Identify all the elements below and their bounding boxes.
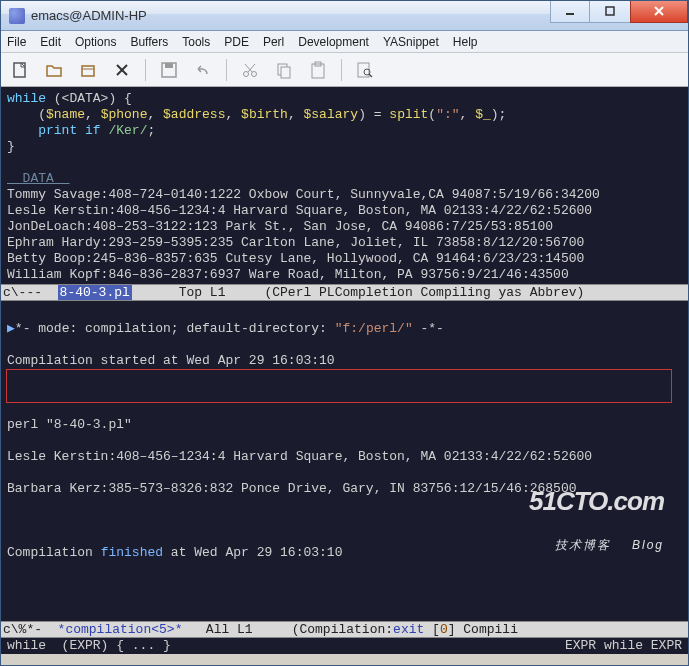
compilation-command: perl "8-40-3.pl" (7, 417, 682, 433)
svg-rect-5 (82, 66, 94, 76)
menu-help[interactable]: Help (453, 35, 478, 49)
search-icon[interactable] (354, 59, 376, 81)
minibuffer-left: while (EXPR) { ... } (7, 638, 171, 654)
minibuffer[interactable]: while (EXPR) { ... } EXPR while EXPR (1, 638, 688, 654)
copy-icon[interactable] (273, 59, 295, 81)
menu-development[interactable]: Development (298, 35, 369, 49)
menu-buffers[interactable]: Buffers (130, 35, 168, 49)
toolbar-separator (341, 59, 342, 81)
save-icon[interactable] (158, 59, 180, 81)
modeline-source[interactable]: c\--- 8-40-3.pl Top L1 (CPerl PLCompleti… (1, 284, 688, 301)
menu-file[interactable]: File (7, 35, 26, 49)
toolbar-separator (145, 59, 146, 81)
minimize-button[interactable] (550, 1, 590, 23)
svg-rect-16 (281, 67, 290, 78)
menu-tools[interactable]: Tools (182, 35, 210, 49)
menu-yasnippet[interactable]: YASnippet (383, 35, 439, 49)
source-editor-pane[interactable]: while (<DATA>) { ($name, $phone, $addres… (1, 87, 688, 284)
paste-icon[interactable] (307, 59, 329, 81)
svg-rect-10 (165, 63, 173, 68)
toolbar-separator (226, 59, 227, 81)
window-title: emacs@ADMIN-HP (31, 8, 147, 23)
close-button[interactable] (630, 1, 688, 23)
undo-icon[interactable] (192, 59, 214, 81)
menu-edit[interactable]: Edit (40, 35, 61, 49)
compilation-pane[interactable]: ▶*- mode: compilation; default-directory… (1, 301, 688, 621)
compilation-header: ▶*- mode: compilation; default-directory… (7, 321, 682, 337)
buffer-name: 8-40-3.pl (58, 285, 132, 300)
svg-rect-1 (606, 7, 614, 15)
maximize-button[interactable] (590, 1, 630, 23)
watermark: 51CTO.com 技术博客 Blog (529, 461, 664, 569)
modeline-compilation[interactable]: c\%*- *compilation<5>* All L1 (Compilati… (1, 621, 688, 638)
window-titlebar: emacs@ADMIN-HP (1, 1, 688, 31)
minibuffer-right: EXPR while EXPR (565, 638, 682, 654)
open-folder-icon[interactable] (43, 59, 65, 81)
menu-pde[interactable]: PDE (224, 35, 249, 49)
cut-icon[interactable] (239, 59, 261, 81)
toolbar (1, 53, 688, 87)
menu-perl[interactable]: Perl (263, 35, 284, 49)
svg-point-11 (244, 71, 249, 76)
open-dir-icon[interactable] (77, 59, 99, 81)
menu-options[interactable]: Options (75, 35, 116, 49)
svg-point-12 (252, 71, 257, 76)
menu-bar: File Edit Options Buffers Tools PDE Perl… (1, 31, 688, 53)
new-file-icon[interactable] (9, 59, 31, 81)
compilation-start: Compilation started at Wed Apr 29 16:03:… (7, 353, 682, 369)
kill-buffer-icon[interactable] (111, 59, 133, 81)
emacs-app-icon (9, 8, 25, 24)
